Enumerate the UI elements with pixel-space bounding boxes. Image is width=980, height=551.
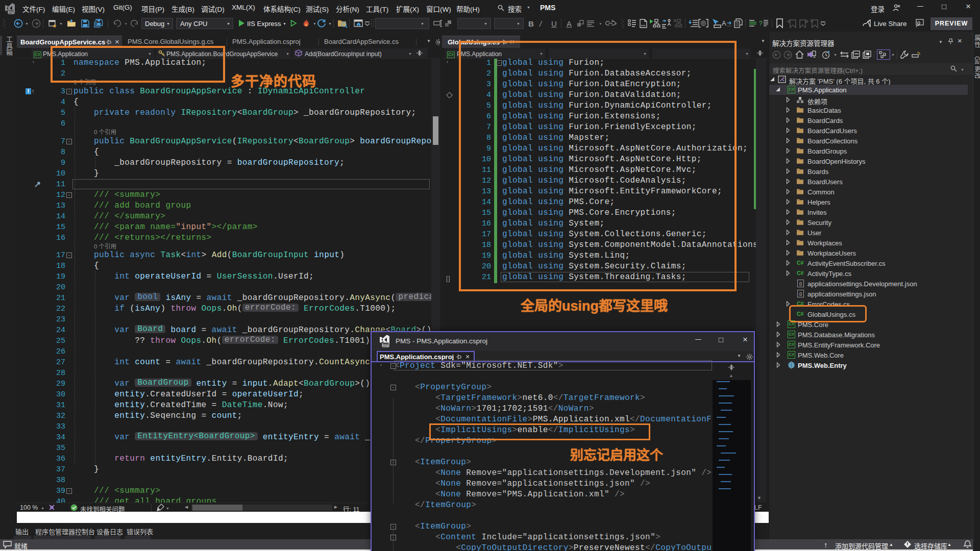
- svg-text:A: A: [722, 19, 726, 27]
- svg-text:PRE: PRE: [8, 11, 14, 14]
- svg-text:PRE: PRE: [382, 344, 388, 347]
- svg-text:?: ?: [759, 20, 763, 27]
